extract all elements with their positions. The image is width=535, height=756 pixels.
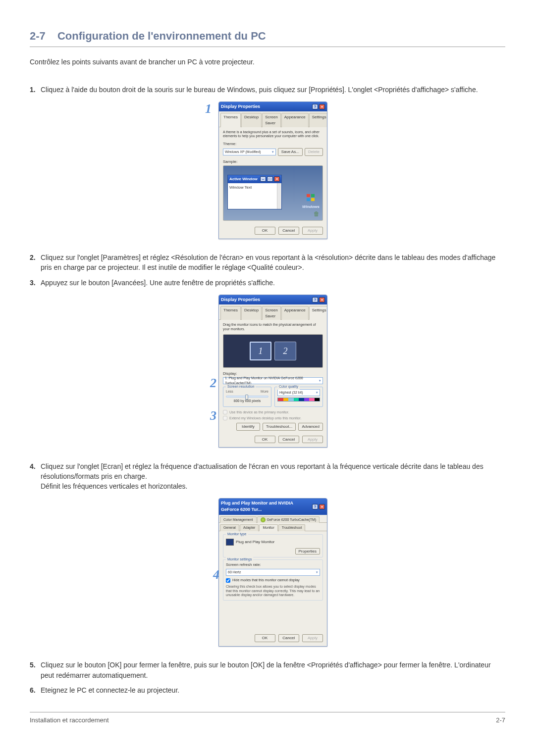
scrollbar-icon — [277, 183, 281, 209]
theme-description: A theme is a background plus a set of so… — [223, 130, 323, 139]
display-dropdown[interactable]: 1. Plug and Play Monitor on NVIDIA GeFor… — [223, 377, 323, 384]
close-button[interactable]: × — [319, 104, 325, 109]
apply-button[interactable]: Apply — [302, 634, 323, 642]
advanced-button[interactable]: Advanced — [298, 423, 323, 431]
primary-monitor-checkbox[interactable]: Use this device as the primary monitor. — [223, 410, 323, 415]
step-4: Cliquez sur l'onglet [Ecran] et réglez l… — [41, 461, 505, 650]
theme-value: Windows XP (Modified) — [225, 150, 261, 154]
tab-appearance[interactable]: Appearance — [281, 113, 309, 127]
help-button[interactable]: ? — [312, 297, 318, 302]
step-6: Eteignez le PC et connectez-le au projec… — [41, 685, 505, 695]
sample-window-title: Active Window — [229, 176, 258, 182]
cancel-button[interactable]: Cancel — [278, 634, 299, 642]
dialog-title: Display Properties — [221, 297, 260, 303]
tab-screensaver[interactable]: Screen Saver — [262, 306, 280, 320]
cancel-button[interactable]: Cancel — [278, 227, 299, 235]
delete-button[interactable]: Delete — [305, 148, 323, 156]
chk1-label: Use this device as the primary monitor. — [229, 410, 289, 415]
resolution-fieldset: Screen resolution LessMore 800 by 600 pi… — [223, 387, 271, 406]
monitor-arrangement[interactable]: 1 2 — [223, 334, 323, 368]
refresh-rate-label: Screen refresh rate: — [226, 562, 320, 568]
tab-settings[interactable]: Settings — [309, 113, 327, 127]
chevron-down-icon: ▾ — [319, 378, 321, 383]
tab-color-management[interactable]: Color Management — [220, 516, 257, 523]
dialog-3-wrap: 4 Plug and Play Monitor and NVIDIA GeFor… — [41, 498, 505, 649]
marker-3: 3 — [210, 406, 216, 425]
intro-text: Contrôlez les points suivants avant de b… — [30, 58, 505, 66]
theme-label: Theme: — [223, 141, 323, 147]
dialog-titlebar: Plug and Play Monitor and NVIDIA GeForce… — [219, 499, 327, 514]
step-3: Appuyez sur le bouton [Avancées]. Une au… — [41, 278, 505, 451]
more-label: More — [261, 389, 268, 394]
maximize-icon: □ — [267, 176, 273, 182]
tab-themes[interactable]: Themes — [220, 306, 241, 320]
color-bar-icon — [277, 398, 320, 402]
refresh-rate-dropdown[interactable]: 60 Hertz ▾ — [226, 569, 320, 576]
dialog-1-wrap: 1 Display Properties ? × Themes Desktop … — [41, 101, 505, 242]
step-4b-text: Définit les fréquences verticales et hor… — [41, 482, 187, 490]
sample-label: Sample: — [223, 159, 323, 165]
cancel-button[interactable]: Cancel — [278, 436, 299, 444]
svg-rect-1 — [311, 194, 315, 197]
step-1: Cliquez à l'aide du bouton droit de la s… — [41, 85, 505, 242]
save-as-button[interactable]: Save As... — [278, 148, 303, 156]
tab-adapter[interactable]: Adapter — [240, 524, 259, 531]
extend-desktop-checkbox[interactable]: Extend my Windows desktop onto this moni… — [223, 416, 323, 421]
marker-4: 4 — [213, 565, 219, 584]
chevron-down-icon: ▾ — [316, 390, 318, 395]
monitor-1[interactable]: 1 — [250, 342, 271, 360]
monitor-properties-dialog: Plug and Play Monitor and NVIDIA GeForce… — [218, 498, 327, 646]
tab-geforce[interactable]: GeForce 6200 TurboCache(TM) — [257, 516, 320, 523]
apply-button[interactable]: Apply — [302, 436, 323, 444]
tab-appearance[interactable]: Appearance — [281, 306, 309, 320]
hide-modes-desc: Clearing this check box allows you to se… — [226, 585, 320, 597]
chk2-label: Extend my Windows desktop onto this moni… — [229, 416, 301, 421]
tab-desktop[interactable]: Desktop — [241, 113, 262, 127]
step-5: Cliquez sur le bouton [OK] pour fermer l… — [41, 660, 505, 680]
dialog-2-wrap: 2 3 Display Properties ? × Themes Deskto… — [41, 295, 505, 451]
hide-modes-checkbox[interactable]: Hide modes that this monitor cannot disp… — [226, 578, 320, 583]
chevron-down-icon: ▾ — [272, 150, 274, 154]
monitor-2[interactable]: 2 — [274, 342, 296, 360]
tab-monitor[interactable]: Monitor — [259, 524, 277, 531]
tab-themes[interactable]: Themes — [220, 113, 241, 127]
help-button[interactable]: ? — [312, 104, 318, 109]
help-button[interactable]: ? — [312, 504, 318, 509]
troubleshoot-button[interactable]: Troubleshoot... — [263, 423, 296, 431]
tab-desktop[interactable]: Desktop — [241, 306, 262, 320]
tab-screensaver[interactable]: Screen Saver — [262, 113, 280, 127]
section-heading: 2-7 Configuration de l'environnement du … — [30, 30, 505, 47]
resolution-legend: Screen resolution — [226, 384, 256, 389]
properties-button[interactable]: Properties — [295, 548, 320, 554]
tab-troubleshoot[interactable]: Troubleshoot — [278, 524, 306, 531]
step-4-text: Cliquez sur l'onglet [Ecran] et réglez l… — [41, 462, 483, 480]
svg-rect-2 — [307, 198, 310, 201]
settings-desc: Drag the monitor icons to match the phys… — [223, 323, 323, 331]
sample-window-text: Window Text — [229, 185, 252, 190]
footer-right: 2-7 — [496, 716, 505, 724]
monitor-type-fieldset: Monitor type Plug and Play Monitor Prope… — [223, 534, 323, 558]
close-button[interactable]: × — [319, 297, 325, 302]
step-2: Cliquez sur l'onglet [Paramètres] et rég… — [41, 252, 505, 273]
ok-button[interactable]: OK — [255, 634, 275, 642]
step-5-text: Cliquez sur le bouton [OK] pour fermer l… — [41, 661, 491, 679]
steps-list: Cliquez à l'aide du bouton droit de la s… — [30, 85, 505, 695]
color-quality-dropdown[interactable]: Highest (32 bit) ▾ — [277, 389, 320, 396]
ok-button[interactable]: OK — [255, 436, 275, 444]
monitor-icon — [226, 539, 234, 546]
close-icon: × — [274, 176, 280, 182]
tab-general[interactable]: General — [220, 524, 239, 531]
monitor-settings-fieldset: Monitor settings Screen refresh rate: 60… — [223, 559, 323, 601]
identify-button[interactable]: Identify — [236, 423, 260, 431]
apply-button[interactable]: Apply — [302, 227, 323, 235]
resolution-slider[interactable] — [226, 396, 268, 398]
ok-button[interactable]: OK — [255, 227, 275, 235]
tab-settings[interactable]: Settings — [309, 306, 327, 320]
color-legend: Color quality — [277, 384, 300, 389]
svg-rect-0 — [307, 194, 310, 197]
close-button[interactable]: × — [319, 504, 325, 509]
tab-bar-upper: Color Management GeForce 6200 TurboCache… — [219, 515, 327, 523]
dialog-title: Plug and Play Monitor and NVIDIA GeForce… — [221, 500, 312, 513]
windows-logo-icon: Windows — [302, 194, 320, 209]
theme-dropdown[interactable]: Windows XP (Modified) ▾ — [223, 149, 276, 155]
